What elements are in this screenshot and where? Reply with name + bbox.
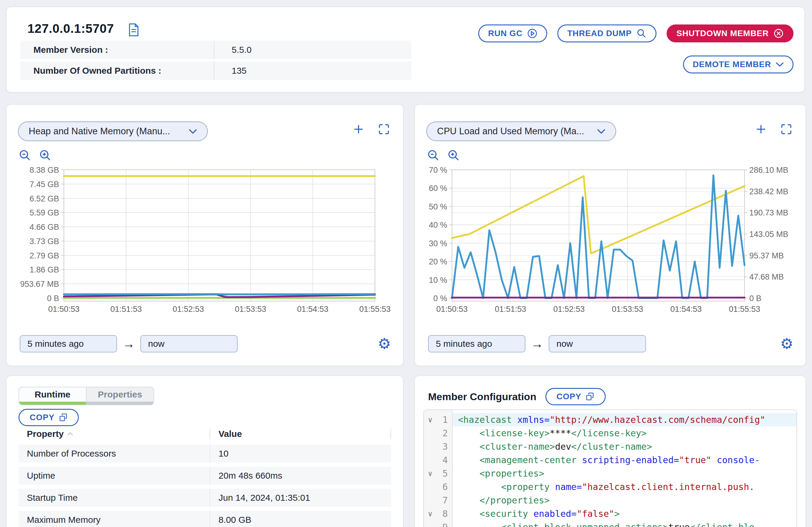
info-value: 5.5.0 bbox=[214, 45, 252, 55]
runtime-panel-card: RuntimeProperties COPY Property Value Nu… bbox=[6, 376, 404, 527]
heap-chart-metric-label: Heap and Native Memory (Manu... bbox=[29, 126, 170, 137]
table-row: Number of Processors10 bbox=[18, 445, 391, 463]
arrow-right-icon: → bbox=[531, 337, 543, 351]
svg-text:01:54:53: 01:54:53 bbox=[297, 305, 328, 313]
svg-text:0 %: 0 % bbox=[433, 294, 447, 303]
search-icon bbox=[637, 28, 647, 39]
svg-text:01:53:53: 01:53:53 bbox=[612, 305, 643, 313]
info-row: Member Version :5.5.0 bbox=[20, 41, 411, 59]
copy-icon bbox=[59, 413, 68, 422]
svg-text:01:55:53: 01:55:53 bbox=[729, 305, 760, 313]
svg-text:953.67 MB: 953.67 MB bbox=[20, 280, 59, 289]
fullscreen-icon[interactable] bbox=[378, 123, 390, 135]
svg-text:238.42 MB: 238.42 MB bbox=[749, 187, 788, 196]
sort-ascending-icon[interactable] bbox=[67, 432, 73, 436]
runtime-property-table: Property Value Number of Processors10Upt… bbox=[18, 427, 391, 527]
shutdown-member-button[interactable]: SHUTDOWN MEMBER bbox=[667, 25, 794, 42]
svg-text:50 %: 50 % bbox=[429, 202, 447, 211]
line-number: 4 bbox=[443, 455, 448, 465]
svg-text:6.52 GB: 6.52 GB bbox=[30, 194, 59, 203]
x-circle-icon bbox=[773, 28, 784, 39]
fold-chevron-icon[interactable]: ∨ bbox=[426, 413, 434, 426]
gear-icon[interactable]: ⚙ bbox=[378, 336, 391, 351]
cell-property: Maximum Memory bbox=[18, 515, 209, 525]
code-line: 2 <license-key>****</license-key> bbox=[424, 426, 796, 440]
time-to-input[interactable]: now bbox=[549, 335, 646, 352]
chevron-down-icon bbox=[189, 129, 197, 134]
member-header-card: 127.0.0.1:5707 Member Version :5.5.0Numb… bbox=[6, 6, 805, 92]
time-from-input[interactable]: 5 minutes ago bbox=[428, 335, 525, 352]
zoom-in-icon[interactable] bbox=[447, 149, 460, 162]
heap-chart-metric-select[interactable]: Heap and Native Memory (Manu... bbox=[18, 121, 208, 141]
table-row: Startup TimeJun 14, 2024, 01:35:01 bbox=[18, 489, 391, 507]
svg-text:4.66 GB: 4.66 GB bbox=[30, 223, 59, 232]
gear-icon[interactable]: ⚙ bbox=[780, 336, 794, 351]
chevron-down-icon bbox=[776, 62, 784, 67]
cell-value: Jun 14, 2024, 01:35:01 bbox=[210, 493, 310, 503]
svg-text:8.38 GB: 8.38 GB bbox=[30, 166, 59, 175]
column-header-value: Value bbox=[210, 429, 390, 439]
section-title: Member Configuration bbox=[428, 391, 536, 402]
document-icon[interactable] bbox=[128, 23, 139, 36]
svg-text:20 %: 20 % bbox=[429, 257, 447, 266]
zoom-in-icon[interactable] bbox=[39, 149, 52, 162]
svg-text:01:52:53: 01:52:53 bbox=[553, 305, 584, 313]
fullscreen-icon[interactable] bbox=[780, 123, 792, 135]
svg-text:60 %: 60 % bbox=[429, 184, 447, 193]
code-line: ∨5 <properties> bbox=[424, 467, 796, 480]
cpu-chart-metric-select[interactable]: CPU Load and Used Memory (Ma... bbox=[426, 121, 616, 141]
cell-property: Number of Processors bbox=[18, 449, 209, 459]
copy-runtime-button[interactable]: COPY bbox=[18, 409, 79, 426]
svg-text:70 %: 70 % bbox=[429, 166, 447, 175]
demote-member-label: DEMOTE MEMBER bbox=[693, 60, 771, 69]
svg-text:190.73 MB: 190.73 MB bbox=[749, 208, 788, 217]
time-from-input[interactable]: 5 minutes ago bbox=[20, 335, 117, 352]
heap-chart-timebar: 5 minutes ago → now ⚙ bbox=[20, 335, 391, 352]
svg-text:0 B: 0 B bbox=[749, 294, 762, 303]
fold-chevron-icon[interactable]: ∨ bbox=[426, 507, 434, 521]
cell-property: Startup Time bbox=[18, 493, 209, 503]
svg-text:01:55:53: 01:55:53 bbox=[359, 305, 390, 313]
cpu-memory-chart[interactable]: 70 %60 %50 %40 %30 %20 %10 %0 %286.10 MB… bbox=[422, 166, 797, 314]
line-number: 2 bbox=[443, 428, 448, 438]
heap-memory-chart[interactable]: 8.38 GB7.45 GB6.52 GB5.59 GB4.66 GB3.73 … bbox=[14, 166, 395, 314]
add-chart-icon[interactable] bbox=[755, 123, 767, 135]
svg-text:7.45 GB: 7.45 GB bbox=[30, 180, 59, 189]
svg-text:3.73 GB: 3.73 GB bbox=[30, 237, 59, 246]
svg-text:5.59 GB: 5.59 GB bbox=[30, 208, 59, 217]
code-line: ∨8 <security enabled="false"> bbox=[424, 507, 796, 521]
chevron-down-icon bbox=[597, 129, 605, 134]
page-title: 127.0.0.1:5707 bbox=[27, 21, 114, 36]
time-to-input[interactable]: now bbox=[140, 335, 237, 352]
tab-runtime[interactable]: Runtime bbox=[19, 387, 86, 405]
zoom-out-icon[interactable] bbox=[18, 149, 32, 162]
code-line: 9 <client-block-unmapped-actions>true</c… bbox=[424, 521, 796, 527]
config-code-editor[interactable]: ∨1<hazelcast xmlns="http://www.hazelcast… bbox=[423, 409, 797, 527]
info-row: Number Of Owned Partitions :135 bbox=[20, 61, 411, 80]
table-row: Maximum Memory8.00 GB bbox=[18, 511, 391, 527]
thread-dump-label: THREAD DUMP bbox=[567, 29, 632, 38]
copy-config-button[interactable]: COPY bbox=[546, 388, 606, 405]
info-label: Member Version : bbox=[20, 45, 214, 55]
cell-value: 20m 48s 660ms bbox=[210, 471, 282, 481]
line-number: 3 bbox=[443, 441, 448, 452]
cell-value: 10 bbox=[210, 449, 228, 459]
code-line: ∨1<hazelcast xmlns="http://www.hazelcast… bbox=[424, 413, 796, 426]
tab-properties[interactable]: Properties bbox=[86, 387, 154, 405]
thread-dump-button[interactable]: THREAD DUMP bbox=[557, 25, 656, 42]
run-gc-button[interactable]: RUN GC bbox=[478, 25, 547, 42]
svg-text:95.37 MB: 95.37 MB bbox=[749, 251, 784, 260]
line-number: 8 bbox=[443, 509, 448, 519]
svg-text:01:52:53: 01:52:53 bbox=[173, 305, 204, 313]
line-number: 9 bbox=[443, 522, 448, 527]
add-chart-icon[interactable] bbox=[353, 123, 364, 135]
member-info-table: Member Version :5.5.0Number Of Owned Par… bbox=[20, 41, 411, 82]
fold-chevron-icon[interactable]: ∨ bbox=[426, 467, 434, 480]
svg-text:286.10 MB: 286.10 MB bbox=[749, 166, 788, 175]
svg-text:143.05 MB: 143.05 MB bbox=[749, 230, 788, 239]
column-header-property[interactable]: Property bbox=[27, 429, 63, 439]
demote-member-button[interactable]: DEMOTE MEMBER bbox=[683, 56, 794, 73]
zoom-out-icon[interactable] bbox=[427, 149, 440, 162]
shutdown-member-label: SHUTDOWN MEMBER bbox=[677, 29, 769, 38]
svg-text:01:51:53: 01:51:53 bbox=[111, 305, 142, 313]
